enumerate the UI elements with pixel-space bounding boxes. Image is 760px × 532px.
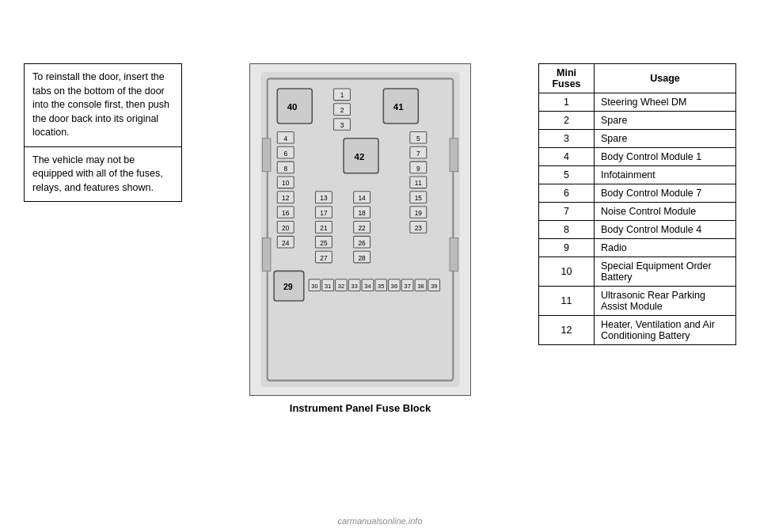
svg-text:27: 27: [320, 254, 328, 262]
fuse-number-cell: 2: [539, 112, 595, 130]
fuse-number-cell: 3: [539, 130, 595, 148]
table-row: 3Spare: [539, 130, 736, 148]
table-header-usage: Usage: [595, 64, 736, 93]
svg-text:40: 40: [287, 102, 298, 112]
svg-text:1: 1: [340, 91, 344, 99]
svg-rect-3: [262, 238, 270, 271]
fuse-table: Mini Fuses Usage 1Steering Wheel DM2Spar…: [538, 63, 736, 345]
fuse-usage-cell: Body Control Module 7: [595, 184, 736, 203]
svg-text:12: 12: [282, 194, 290, 202]
fuse-usage-cell: Radio: [595, 239, 736, 257]
table-row: 1Steering Wheel DM: [539, 93, 736, 112]
fuse-number-cell: 6: [539, 184, 595, 203]
fuse-number-cell: 12: [539, 316, 595, 345]
fuse-number-cell: 8: [539, 221, 595, 239]
svg-text:3: 3: [340, 121, 344, 129]
fuse-number-cell: 9: [539, 239, 595, 257]
svg-text:4: 4: [283, 135, 287, 142]
svg-rect-4: [450, 139, 458, 172]
table-row: 5Infotainment: [539, 166, 736, 184]
svg-rect-2: [262, 139, 270, 172]
fuse-block-diagram: 40 41 1 2 3 4 5 6: [249, 63, 471, 396]
svg-text:18: 18: [358, 209, 366, 217]
table-row: 9Radio: [539, 239, 736, 257]
svg-text:6: 6: [283, 150, 287, 158]
svg-text:36: 36: [391, 283, 397, 290]
notice-box-1: To reinstall the door, insert the tabs o…: [24, 63, 182, 147]
watermark: carmanualsonline.info: [0, 516, 760, 526]
svg-text:41: 41: [393, 102, 404, 112]
fuse-block-svg: 40 41 1 2 3 4 5 6: [258, 72, 462, 387]
svg-text:5: 5: [416, 135, 420, 142]
svg-text:19: 19: [415, 209, 423, 217]
center-panel: 40 41 1 2 3 4 5 6: [195, 63, 526, 508]
svg-text:14: 14: [358, 194, 366, 202]
svg-text:39: 39: [431, 283, 437, 290]
fuse-usage-cell: Body Control Module 4: [595, 221, 736, 239]
svg-text:15: 15: [415, 194, 423, 202]
svg-text:8: 8: [283, 165, 287, 173]
notice-box-2: The vehicle may not be equipped with all…: [24, 147, 182, 203]
notice-text-2: The vehicle may not be equipped with all…: [32, 154, 163, 193]
table-row: 4Body Control Module 1: [539, 148, 736, 166]
fuse-usage-cell: Body Control Module 1: [595, 148, 736, 166]
table-row: 8Body Control Module 4: [539, 221, 736, 239]
svg-text:25: 25: [320, 239, 328, 247]
table-header-fuses: Mini Fuses: [539, 64, 595, 93]
svg-rect-5: [450, 238, 458, 271]
table-row: 12Heater, Ventilation and Air Conditioni…: [539, 316, 736, 345]
svg-text:38: 38: [417, 283, 424, 290]
svg-text:20: 20: [282, 224, 290, 232]
table-row: 10Special Equipment Order Battery: [539, 257, 736, 287]
fuse-number-cell: 11: [539, 287, 595, 316]
svg-text:24: 24: [282, 239, 290, 247]
svg-text:21: 21: [320, 224, 328, 232]
svg-text:37: 37: [405, 283, 411, 290]
svg-text:2: 2: [340, 106, 344, 114]
svg-text:34: 34: [364, 283, 370, 290]
fuse-usage-cell: Spare: [595, 130, 736, 148]
table-row: 6Body Control Module 7: [539, 184, 736, 203]
table-row: 11Ultrasonic Rear Parking Assist Module: [539, 287, 736, 316]
svg-text:10: 10: [282, 179, 290, 187]
svg-text:35: 35: [378, 283, 384, 290]
fuse-usage-cell: Special Equipment Order Battery: [595, 257, 736, 287]
fuse-usage-cell: Steering Wheel DM: [595, 93, 736, 112]
svg-text:22: 22: [358, 224, 366, 232]
fuse-number-cell: 10: [539, 257, 595, 287]
fuse-usage-cell: Infotainment: [595, 166, 736, 184]
svg-text:7: 7: [416, 150, 420, 158]
svg-text:42: 42: [355, 152, 365, 162]
svg-text:28: 28: [358, 254, 366, 262]
fuse-usage-cell: Spare: [595, 112, 736, 130]
svg-text:29: 29: [283, 283, 293, 291]
svg-text:33: 33: [352, 283, 358, 290]
svg-text:16: 16: [282, 209, 290, 217]
svg-text:13: 13: [320, 194, 328, 202]
svg-text:32: 32: [338, 283, 344, 290]
fuse-number-cell: 4: [539, 148, 595, 166]
left-panel: To reinstall the door, insert the tabs o…: [24, 63, 182, 508]
fuse-number-cell: 1: [539, 93, 595, 112]
table-row: 7Noise Control Module: [539, 203, 736, 221]
svg-text:17: 17: [320, 209, 328, 217]
fuse-usage-cell: Heater, Ventilation and Air Conditioning…: [595, 316, 736, 345]
svg-text:30: 30: [311, 283, 317, 290]
fuse-usage-cell: Ultrasonic Rear Parking Assist Module: [595, 287, 736, 316]
svg-text:9: 9: [416, 165, 420, 173]
table-row: 2Spare: [539, 112, 736, 130]
svg-text:23: 23: [415, 224, 423, 232]
svg-text:26: 26: [358, 239, 366, 247]
right-panel: Mini Fuses Usage 1Steering Wheel DM2Spar…: [538, 63, 736, 508]
svg-text:11: 11: [415, 179, 423, 187]
fuse-number-cell: 7: [539, 203, 595, 221]
notice-text-1: To reinstall the door, insert the tabs o…: [32, 71, 169, 138]
fuse-caption: Instrument Panel Fuse Block: [290, 402, 431, 414]
fuse-number-cell: 5: [539, 166, 595, 184]
fuse-usage-cell: Noise Control Module: [595, 203, 736, 221]
svg-text:31: 31: [325, 283, 331, 290]
page-container: To reinstall the door, insert the tabs o…: [0, 0, 760, 532]
